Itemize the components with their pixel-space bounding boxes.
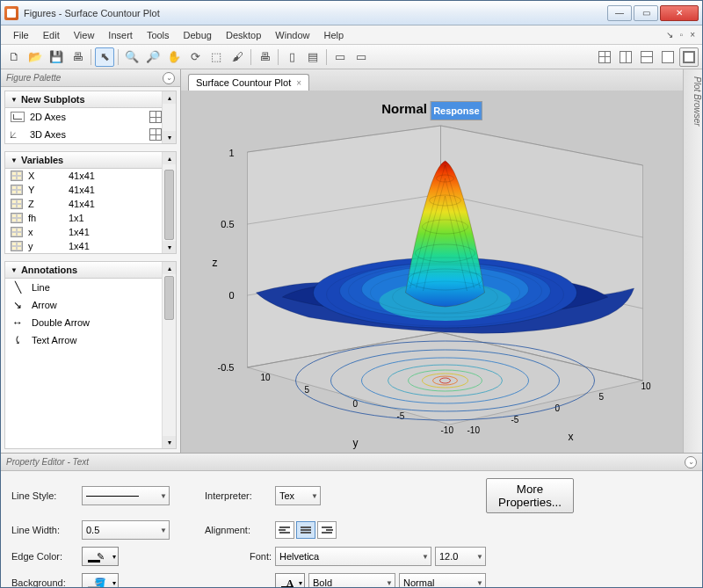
subplot-3d-axes[interactable]: ⟀ 3D Axes ▸ (5, 126, 176, 143)
subplot-1x2-button[interactable] (616, 47, 635, 67)
tab-close-icon[interactable]: × (296, 78, 301, 88)
arrow-icon: ↘ (11, 299, 25, 311)
section-annotations[interactable]: ▼Annotations (5, 262, 176, 279)
menu-edit[interactable]: Edit (36, 27, 67, 43)
menu-bar: File Edit View Insert Tools Debug Deskto… (1, 25, 702, 45)
svg-text:10: 10 (261, 373, 272, 382)
svg-text:z: z (213, 257, 218, 269)
close-button[interactable]: ✕ (660, 5, 699, 21)
menu-desktop[interactable]: Desktop (219, 27, 268, 43)
variable-row[interactable]: Z41x41 (5, 197, 176, 211)
font-label: Font: (205, 551, 275, 562)
dock-close-icon[interactable]: × (688, 30, 697, 40)
annotation-line[interactable]: ╲Line (5, 279, 176, 296)
subplot-2x2-button[interactable] (595, 47, 614, 67)
align-right-button[interactable] (317, 521, 337, 539)
figure-palette-title: Figure Palette ⌄ (1, 69, 180, 87)
palette-menu-icon[interactable]: ⌄ (163, 72, 175, 84)
variable-row[interactable]: Y41x41 (5, 183, 176, 197)
figure-palette-panel: Figure Palette ⌄ ▼New Subplots 2D Axes ▸… (1, 69, 181, 453)
axes-3d[interactable]: Normal Response (181, 91, 683, 453)
subplot-2x1-button[interactable] (637, 47, 656, 67)
edge-color-button[interactable]: ✎▾ (82, 547, 119, 566)
subplot-2d-axes[interactable]: 2D Axes ▸ (5, 108, 176, 126)
pointer-button[interactable]: ⬉ (95, 47, 114, 67)
show-plot-tools-button[interactable]: ▭ (352, 47, 371, 67)
svg-text:5: 5 (599, 392, 605, 402)
subplot-float-button[interactable] (658, 47, 678, 67)
insert-legend-button[interactable]: ▤ (303, 47, 323, 67)
zoom-out-button[interactable]: 🔎 (143, 47, 163, 67)
section-variables[interactable]: ▼Variables (5, 152, 176, 169)
annotation-text-arrow[interactable]: ⤹Text Arrow (5, 331, 176, 349)
svg-text:y: y (353, 437, 359, 449)
font-weight-select[interactable]: Bold▼ (308, 573, 395, 588)
hide-plot-tools-button[interactable]: ▭ (330, 47, 350, 67)
background-label: Background: (11, 577, 82, 588)
variable-row[interactable]: X41x41 (5, 169, 176, 183)
axes-3d-icon: ⟀ (11, 129, 25, 140)
font-angle-select[interactable]: Normal▼ (399, 573, 486, 588)
alignment-label: Alignment: (205, 525, 275, 535)
window-title: Figures - Surface Countour Plot (24, 8, 607, 18)
menu-window[interactable]: Window (268, 27, 316, 43)
subplot-max-button[interactable] (679, 47, 699, 67)
svg-text:5: 5 (305, 385, 310, 395)
toolbar: 🗋 📂 💾 🖶 ⬉ 🔍 🔎 ✋ ⟳ ⬚ 🖌 🖶 ▯ ▤ ▭ ▭ (1, 45, 702, 69)
link-plot-button[interactable]: 🖶 (255, 47, 274, 67)
menu-help[interactable]: Help (316, 27, 351, 43)
save-button[interactable]: 💾 (47, 47, 66, 67)
variable-row[interactable]: fh1x1 (5, 211, 176, 225)
rotate-3d-button[interactable]: ⟳ (185, 47, 205, 67)
dock-expand-icon[interactable]: ▫ (678, 30, 685, 40)
align-center-button[interactable] (296, 521, 315, 539)
interpreter-select[interactable]: Tex▼ (275, 486, 321, 505)
line-icon: ╲ (11, 281, 25, 294)
window-titlebar: Figures - Surface Countour Plot — ▭ ✕ (1, 1, 702, 25)
background-color-button[interactable]: 🪣▾ (82, 573, 119, 588)
variable-row[interactable]: y1x41 (5, 239, 176, 253)
minimize-button[interactable]: — (607, 5, 632, 21)
line-style-select[interactable]: ▼ (82, 486, 170, 505)
more-properties-button[interactable]: More Properties... (486, 478, 574, 513)
svg-text:-10: -10 (467, 425, 481, 435)
svg-text:0: 0 (228, 290, 234, 301)
insert-colorbar-button[interactable]: ▯ (282, 47, 301, 67)
print-button[interactable]: 🖶 (68, 47, 87, 67)
brush-button[interactable]: 🖌 (228, 47, 247, 67)
zoom-in-button[interactable]: 🔍 (122, 47, 141, 67)
font-color-button[interactable]: A▾ (275, 573, 305, 588)
plot-browser-tab[interactable]: Plot Browser (683, 69, 702, 453)
font-name-select[interactable]: Helvetica▼ (275, 547, 431, 566)
property-editor-title: Property Editor - Text ⌄ (1, 454, 702, 471)
figure-tab[interactable]: Surface Countour Plot × (188, 74, 309, 91)
dock-undock-icon[interactable]: ↘ (664, 30, 675, 40)
line-width-select[interactable]: 0.5▼ (82, 520, 170, 540)
variable-row[interactable]: x1x41 (5, 225, 176, 239)
font-size-select[interactable]: 12.0▼ (435, 547, 486, 566)
open-button[interactable]: 📂 (25, 47, 45, 67)
annotation-double-arrow[interactable]: ↔Double Arrow (5, 314, 176, 331)
menu-insert[interactable]: Insert (101, 27, 140, 43)
text-arrow-icon: ⤹ (11, 334, 25, 346)
maximize-button[interactable]: ▭ (634, 5, 658, 21)
menu-view[interactable]: View (67, 27, 102, 43)
align-left-button[interactable] (275, 521, 294, 539)
new-figure-button[interactable]: 🗋 (4, 47, 24, 67)
svg-marker-0 (248, 126, 441, 367)
data-cursor-button[interactable]: ⬚ (207, 47, 226, 67)
annotation-arrow[interactable]: ↘Arrow (5, 296, 176, 314)
surface-plot: 1 0.5 0 -0.5 z 10 5 0 -5 -10 y -10 -5 0 … (181, 117, 683, 451)
menu-tools[interactable]: Tools (140, 27, 177, 43)
plot-panel: Surface Countour Plot × Normal Response (181, 69, 683, 453)
section-new-subplots[interactable]: ▼New Subplots (5, 91, 176, 108)
axes-2d-icon (11, 112, 25, 122)
svg-text:x: x (569, 431, 574, 443)
svg-text:-10: -10 (441, 425, 454, 435)
interpreter-label: Interpreter: (205, 490, 275, 501)
menu-debug[interactable]: Debug (177, 27, 219, 43)
pan-button[interactable]: ✋ (164, 47, 184, 67)
svg-text:0: 0 (555, 403, 561, 413)
menu-file[interactable]: File (6, 27, 36, 43)
property-editor-menu-icon[interactable]: ⌄ (685, 456, 697, 468)
